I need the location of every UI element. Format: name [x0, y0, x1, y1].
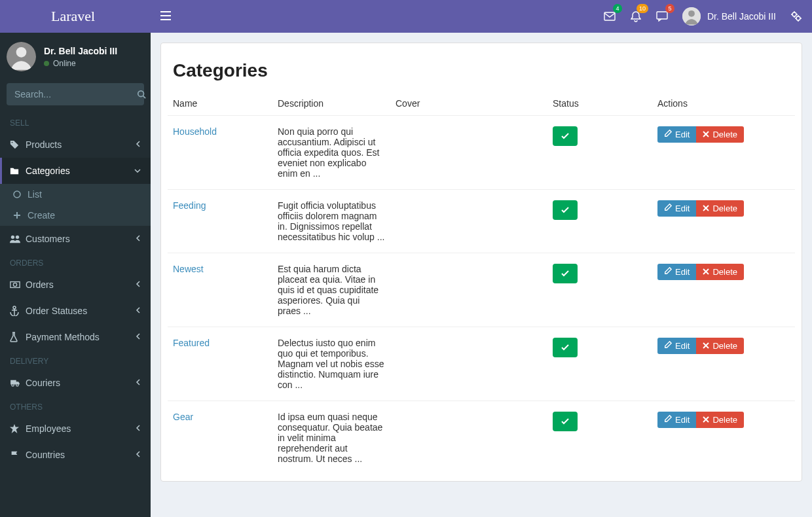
- edit-button[interactable]: Edit: [657, 126, 696, 143]
- sidebar-search: [7, 83, 144, 105]
- sidebar-item-label: Couriers: [26, 378, 136, 388]
- category-link[interactable]: Feeding: [173, 200, 206, 211]
- sidebar-item-label: Payment Methods: [26, 332, 136, 342]
- delete-button[interactable]: Delete: [696, 338, 744, 354]
- anchor-icon: [10, 306, 26, 316]
- chevron-down-icon: [134, 168, 141, 175]
- table-row: NewestEst quia harum dicta placeat ea qu…: [168, 253, 795, 327]
- chevron-left-icon: [136, 235, 141, 243]
- money-icon: [10, 281, 26, 289]
- sidebar-toggle[interactable]: [160, 11, 171, 22]
- svg-point-7: [11, 236, 14, 239]
- row-actions: EditDelete: [657, 126, 744, 143]
- chat-button[interactable]: 5: [656, 10, 668, 22]
- search-input[interactable]: [7, 83, 137, 105]
- topbar-user[interactable]: Dr. Bell Jacobi III: [682, 7, 776, 26]
- category-description: Delectus iusto quo enim quo qui et tempo…: [272, 327, 390, 401]
- sidebar: Laravel Dr. Bell Jacobi III Online SELLP…: [0, 0, 151, 517]
- submenu-categories: ListCreate: [0, 184, 151, 226]
- folder-icon: [10, 166, 26, 175]
- brand-text: Laravel: [51, 8, 95, 25]
- search-button[interactable]: [137, 83, 146, 105]
- row-actions: EditDelete: [657, 338, 744, 354]
- svg-point-4: [14, 191, 20, 198]
- star-icon: [10, 424, 26, 433]
- sidebar-header: ORDERS: [0, 252, 151, 272]
- category-cover: [390, 116, 547, 190]
- category-link[interactable]: Newest: [173, 264, 204, 274]
- search-icon: [137, 90, 146, 99]
- user-avatar[interactable]: [7, 42, 36, 71]
- sidebar-item-order-statuses[interactable]: Order Statuses: [0, 298, 151, 324]
- notifications-badge: 10: [637, 4, 648, 13]
- row-actions: EditDelete: [657, 264, 744, 280]
- chevron-left-icon: [136, 425, 141, 433]
- sidebar-item-products[interactable]: Products: [0, 132, 151, 158]
- status-badge: [553, 126, 578, 146]
- edit-icon: [664, 130, 672, 139]
- sidebar-item-countries[interactable]: Countries: [0, 442, 151, 468]
- delete-label: Delete: [712, 130, 737, 139]
- edit-button[interactable]: Edit: [657, 200, 696, 217]
- sidebar-item-categories[interactable]: Categories: [0, 158, 151, 184]
- topbar-user-name: Dr. Bell Jacobi III: [707, 11, 776, 22]
- delete-button[interactable]: Delete: [696, 126, 744, 143]
- sidebar-item-label: Orders: [26, 279, 136, 290]
- user-name: Dr. Bell Jacobi III: [44, 46, 117, 56]
- edit-icon: [664, 204, 672, 213]
- svg-rect-18: [160, 19, 171, 20]
- notifications-button[interactable]: 10: [630, 10, 642, 22]
- category-cover: [390, 253, 547, 327]
- sidebar-subitem-create[interactable]: Create: [0, 205, 151, 226]
- svg-point-24: [796, 16, 800, 20]
- users-icon: [10, 234, 26, 243]
- th-actions: Actions: [652, 92, 795, 116]
- sidebar-item-payment-methods[interactable]: Payment Methods: [0, 324, 151, 350]
- delete-button[interactable]: Delete: [696, 200, 744, 217]
- table-row: GearId ipsa eum quasi neque consequatur.…: [168, 401, 795, 475]
- envelope-icon: [604, 12, 616, 21]
- svg-point-14: [12, 384, 14, 386]
- edit-button[interactable]: Edit: [657, 264, 696, 280]
- category-description: Non quia porro qui accusantium. Adipisci…: [272, 116, 390, 190]
- status-badge: [553, 338, 578, 357]
- edit-button[interactable]: Edit: [657, 338, 696, 354]
- online-dot-icon: [44, 61, 49, 66]
- sidebar-item-label: Countries: [26, 450, 136, 460]
- main-content: Categories Name Description Cover Status…: [151, 33, 812, 491]
- mail-button[interactable]: 4: [604, 10, 616, 22]
- settings-button[interactable]: [790, 10, 802, 22]
- svg-point-11: [13, 306, 16, 309]
- plus-icon: [13, 211, 28, 219]
- flask-icon: [10, 332, 26, 342]
- edit-label: Edit: [675, 415, 690, 425]
- times-icon: [703, 130, 709, 139]
- edit-button[interactable]: Edit: [657, 412, 696, 428]
- sidebar-item-label: Employees: [26, 423, 136, 434]
- check-icon: [561, 205, 569, 215]
- sidebar-item-employees[interactable]: Employees: [0, 416, 151, 442]
- delete-label: Delete: [712, 341, 737, 351]
- category-cover: [390, 327, 547, 401]
- brand-logo[interactable]: Laravel: [0, 0, 151, 33]
- content-box: Categories Name Description Cover Status…: [160, 43, 802, 482]
- edit-icon: [664, 267, 672, 277]
- svg-line-3: [143, 96, 146, 99]
- flag-icon: [10, 450, 26, 459]
- sidebar-subitem-list[interactable]: List: [0, 184, 151, 205]
- sidebar-item-couriers[interactable]: Couriers: [0, 370, 151, 396]
- check-icon: [561, 342, 569, 353]
- sidebar-item-customers[interactable]: Customers: [0, 226, 151, 252]
- times-icon: [703, 341, 709, 351]
- delete-button[interactable]: Delete: [696, 412, 744, 428]
- category-link[interactable]: Featured: [173, 338, 210, 348]
- svg-point-1: [16, 47, 27, 58]
- sidebar-item-orders[interactable]: Orders: [0, 272, 151, 298]
- delete-button[interactable]: Delete: [696, 264, 744, 280]
- sidebar-header: SELL: [0, 112, 151, 132]
- status-badge: [553, 200, 578, 220]
- category-link[interactable]: Gear: [173, 412, 193, 422]
- category-link[interactable]: Household: [173, 126, 217, 137]
- sidebar-subitem-label: List: [28, 189, 42, 200]
- th-description: Description: [272, 92, 390, 116]
